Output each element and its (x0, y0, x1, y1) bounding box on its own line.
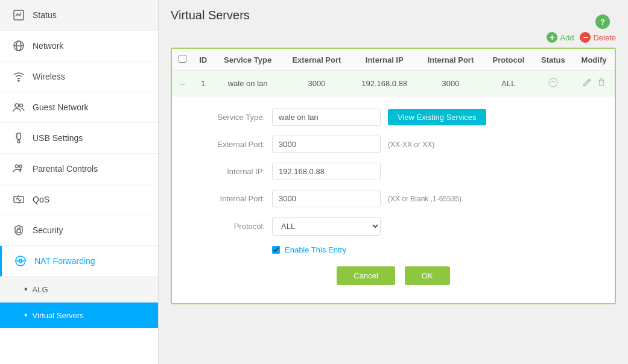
external-port-hint: (XX-XX or XX) (388, 140, 434, 149)
delete-icon: − (580, 32, 591, 43)
sidebar-item-network-label: Network (33, 41, 63, 51)
internal-ip-input[interactable] (272, 163, 381, 180)
select-all-checkbox[interactable] (179, 55, 186, 63)
main-content: Virtual Servers ? + Add − Delete ID Serv… (159, 0, 628, 364)
sidebar-item-status[interactable]: Status (0, 0, 158, 31)
help-button[interactable]: ? (595, 14, 610, 29)
svg-point-22 (549, 78, 557, 87)
internal-ip-row: Internal IP: (186, 163, 600, 180)
virtual-servers-table-container: ID Service Type External Port Internal I… (171, 48, 616, 304)
cancel-button[interactable]: Cancel (337, 266, 395, 285)
svg-point-5 (15, 104, 19, 107)
col-internal-port: Internal Port (417, 49, 484, 71)
col-id: ID (192, 49, 213, 71)
delete-label: Delete (593, 33, 616, 42)
sidebar-item-parental-controls[interactable]: Parental Controls (0, 154, 158, 184)
sidebar-sub-virtual-servers-label: Virtual Servers (33, 311, 84, 320)
row-modify (573, 71, 615, 96)
sidebar-item-security[interactable]: Security (0, 215, 158, 246)
form-actions: Cancel OK (186, 266, 600, 291)
col-status: Status (533, 49, 573, 71)
col-service-type: Service Type (214, 49, 282, 71)
nat-icon (14, 254, 27, 268)
add-button[interactable]: + Add (547, 32, 574, 43)
network-icon (12, 39, 25, 52)
service-type-input[interactable] (272, 108, 381, 126)
sidebar-sub-item-virtual-servers[interactable]: Virtual Servers (0, 303, 158, 328)
external-port-label: External Port: (186, 140, 265, 149)
parental-icon (12, 162, 25, 175)
ok-button[interactable]: OK (405, 266, 450, 285)
view-existing-services-button[interactable]: View Existing Services (388, 109, 486, 125)
sidebar-item-usb-label: USB Settings (33, 133, 83, 143)
protocol-select[interactable]: ALL TCP UDP TCP/UDP (272, 217, 381, 236)
internal-port-input[interactable] (272, 190, 381, 207)
col-checkbox (172, 49, 192, 71)
sidebar-item-nat-label: NAT Forwarding (34, 256, 95, 266)
row-internal-port: 3000 (417, 71, 484, 96)
toolbar: + Add − Delete (171, 32, 616, 43)
svg-point-12 (16, 165, 19, 168)
sidebar-item-usb-settings[interactable]: USB Settings (0, 123, 158, 154)
svg-rect-7 (17, 133, 21, 139)
row-dash: -- (172, 71, 192, 96)
row-id: 1 (192, 71, 213, 96)
delete-button[interactable]: − Delete (580, 32, 616, 43)
edit-form: Service Type: View Existing Services Ext… (172, 96, 615, 303)
svg-point-13 (19, 165, 22, 168)
svg-line-23 (588, 80, 589, 81)
edit-button[interactable] (582, 78, 592, 89)
status-icon (12, 8, 25, 22)
security-icon (12, 224, 25, 237)
svg-point-6 (20, 104, 23, 107)
guest-network-icon (12, 101, 25, 114)
table-header-row: ID Service Type External Port Internal I… (172, 49, 615, 71)
row-status[interactable] (533, 71, 573, 96)
sidebar-item-guest-network-label: Guest Network (33, 102, 89, 112)
virtual-servers-table: ID Service Type External Port Internal I… (172, 49, 615, 96)
enable-entry-row: Enable This Entry (272, 245, 600, 254)
usb-icon (12, 131, 25, 145)
wireless-icon (12, 70, 25, 83)
external-port-input[interactable] (272, 136, 381, 153)
sidebar-item-status-label: Status (33, 10, 57, 20)
protocol-row: Protocol: ALL TCP UDP TCP/UDP (186, 217, 600, 236)
col-protocol: Protocol (484, 49, 533, 71)
enable-entry-checkbox[interactable] (272, 246, 280, 254)
row-internal-ip: 192.168.0.88 (352, 71, 417, 96)
sidebar-item-parental-label: Parental Controls (33, 164, 98, 174)
svg-rect-19 (17, 230, 21, 233)
enable-entry-label: Enable This Entry (285, 245, 346, 254)
add-label: Add (560, 33, 574, 42)
qos-icon (12, 193, 25, 206)
sidebar-item-wireless[interactable]: Wireless (0, 61, 158, 92)
delete-row-button[interactable] (597, 78, 606, 89)
col-external-port: External Port (282, 49, 351, 71)
sidebar-sub-item-alg[interactable]: ALG (0, 277, 158, 303)
svg-point-8 (17, 140, 20, 143)
sidebar-item-wireless-label: Wireless (33, 72, 65, 81)
internal-port-row: Internal Port: (XX or Blank ,1-65535) (186, 190, 600, 207)
col-internal-ip: Internal IP (352, 49, 417, 71)
service-type-label: Service Type: (186, 113, 265, 122)
page-title: Virtual Servers (171, 8, 616, 22)
row-protocol: ALL (484, 71, 533, 96)
table-row: -- 1 wale on lan 3000 192.168.0.88 3000 … (172, 71, 615, 96)
sidebar-sub-alg-label: ALG (33, 285, 48, 294)
sidebar-item-nat-forwarding[interactable]: NAT Forwarding (0, 246, 158, 277)
sidebar-item-guest-network[interactable]: Guest Network (0, 92, 158, 123)
external-port-row: External Port: (XX-XX or XX) (186, 136, 600, 153)
svg-point-4 (18, 80, 19, 81)
internal-port-hint: (XX or Blank ,1-65535) (388, 195, 461, 203)
sidebar-item-qos-label: QoS (33, 195, 49, 204)
internal-port-label: Internal Port: (186, 194, 265, 203)
sidebar-item-security-label: Security (33, 225, 63, 235)
sidebar: Status Network Wireless (0, 0, 159, 364)
sidebar-item-qos[interactable]: QoS (0, 184, 158, 215)
row-external-port: 3000 (282, 71, 351, 96)
service-type-row: Service Type: View Existing Services (186, 108, 600, 126)
row-service-type: wale on lan (214, 71, 282, 96)
sidebar-item-network[interactable]: Network (0, 31, 158, 61)
protocol-label: Protocol: (186, 222, 265, 231)
internal-ip-label: Internal IP: (186, 167, 265, 176)
